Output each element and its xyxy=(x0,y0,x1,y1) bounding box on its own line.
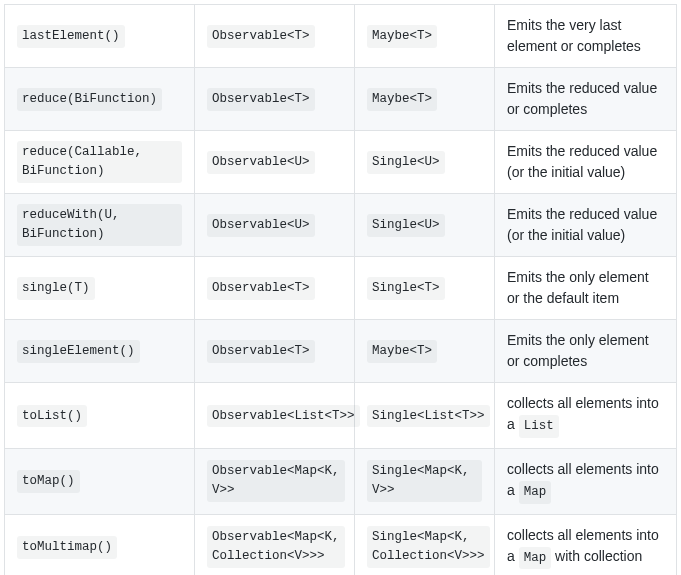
result-type-code: Maybe<T> xyxy=(367,88,437,111)
operator-cell: reduce(Callable, BiFunction) xyxy=(5,131,195,194)
description-cell: collects all elements into a Map xyxy=(495,448,677,514)
description-text: Emits the only element or completes xyxy=(507,332,649,369)
source-type-code: Observable<Map<K, V>> xyxy=(207,460,345,502)
operator-code: reduce(BiFunction) xyxy=(17,88,162,111)
operator-cell: toMultimap() xyxy=(5,514,195,575)
description-text-after: with collection xyxy=(551,548,642,564)
table-row: lastElement()Observable<T>Maybe<T>Emits … xyxy=(5,5,677,68)
description-code: Map xyxy=(519,547,552,570)
operator-code: toList() xyxy=(17,405,87,428)
source-type-code: Observable<T> xyxy=(207,88,315,111)
source-type-code: Observable<T> xyxy=(207,25,315,48)
source-type-code: Observable<T> xyxy=(207,340,315,363)
source-type-code: Observable<List<T>> xyxy=(207,405,360,428)
operator-code: toMap() xyxy=(17,470,80,493)
table-row: single(T)Observable<T>Single<T>Emits the… xyxy=(5,257,677,320)
table-row: reduce(BiFunction)Observable<T>Maybe<T>E… xyxy=(5,68,677,131)
operator-code: reduce(Callable, BiFunction) xyxy=(17,141,182,183)
description-cell: Emits the reduced value (or the initial … xyxy=(495,131,677,194)
source-cell: Observable<U> xyxy=(195,194,355,257)
table-row: reduceWith(U, BiFunction)Observable<U>Si… xyxy=(5,194,677,257)
result-type-code: Single<Map<K, Collection<V>>> xyxy=(367,526,490,568)
result-cell: Maybe<T> xyxy=(355,320,495,383)
description-cell: Emits the only element or the default it… xyxy=(495,257,677,320)
description-text: Emits the very last element or completes xyxy=(507,17,641,54)
description-cell: Emits the reduced value or completes xyxy=(495,68,677,131)
description-code: Map xyxy=(519,481,552,504)
operator-cell: toMap() xyxy=(5,448,195,514)
operator-cell: single(T) xyxy=(5,257,195,320)
operator-cell: reduce(BiFunction) xyxy=(5,68,195,131)
description-text: Emits the only element or the default it… xyxy=(507,269,649,306)
description-cell: Emits the very last element or completes xyxy=(495,5,677,68)
source-cell: Observable<List<T>> xyxy=(195,383,355,449)
result-cell: Single<T> xyxy=(355,257,495,320)
source-cell: Observable<T> xyxy=(195,320,355,383)
description-cell: Emits the reduced value (or the initial … xyxy=(495,194,677,257)
source-type-code: Observable<Map<K, Collection<V>>> xyxy=(207,526,345,568)
result-cell: Maybe<T> xyxy=(355,5,495,68)
operator-code: toMultimap() xyxy=(17,536,117,559)
source-cell: Observable<Map<K, V>> xyxy=(195,448,355,514)
operator-code: reduceWith(U, BiFunction) xyxy=(17,204,182,246)
table-row: toMultimap()Observable<Map<K, Collection… xyxy=(5,514,677,575)
source-cell: Observable<Map<K, Collection<V>>> xyxy=(195,514,355,575)
table-row: reduce(Callable, BiFunction)Observable<U… xyxy=(5,131,677,194)
operator-cell: lastElement() xyxy=(5,5,195,68)
source-type-code: Observable<U> xyxy=(207,151,315,174)
operator-code: singleElement() xyxy=(17,340,140,363)
result-cell: Single<U> xyxy=(355,131,495,194)
source-type-code: Observable<U> xyxy=(207,214,315,237)
result-type-code: Single<U> xyxy=(367,214,445,237)
result-cell: Single<List<T>> xyxy=(355,383,495,449)
result-cell: Single<Map<K, Collection<V>>> xyxy=(355,514,495,575)
description-text: Emits the reduced value (or the initial … xyxy=(507,206,657,243)
source-type-code: Observable<T> xyxy=(207,277,315,300)
operator-cell: singleElement() xyxy=(5,320,195,383)
operator-code: single(T) xyxy=(17,277,95,300)
description-code: List xyxy=(519,415,559,438)
result-type-code: Maybe<T> xyxy=(367,340,437,363)
result-cell: Single<U> xyxy=(355,194,495,257)
result-type-code: Single<T> xyxy=(367,277,445,300)
source-cell: Observable<T> xyxy=(195,5,355,68)
description-text: Emits the reduced value (or the initial … xyxy=(507,143,657,180)
source-cell: Observable<U> xyxy=(195,131,355,194)
description-cell: collects all elements into a Map with co… xyxy=(495,514,677,575)
result-cell: Maybe<T> xyxy=(355,68,495,131)
operators-table: lastElement()Observable<T>Maybe<T>Emits … xyxy=(4,4,677,575)
result-cell: Single<Map<K, V>> xyxy=(355,448,495,514)
table-row: toMap()Observable<Map<K, V>>Single<Map<K… xyxy=(5,448,677,514)
operator-cell: reduceWith(U, BiFunction) xyxy=(5,194,195,257)
table-row: singleElement()Observable<T>Maybe<T>Emit… xyxy=(5,320,677,383)
result-type-code: Single<List<T>> xyxy=(367,405,490,428)
source-cell: Observable<T> xyxy=(195,68,355,131)
operator-cell: toList() xyxy=(5,383,195,449)
source-cell: Observable<T> xyxy=(195,257,355,320)
table-row: toList()Observable<List<T>>Single<List<T… xyxy=(5,383,677,449)
result-type-code: Single<Map<K, V>> xyxy=(367,460,482,502)
result-type-code: Single<U> xyxy=(367,151,445,174)
description-cell: collects all elements into a List xyxy=(495,383,677,449)
result-type-code: Maybe<T> xyxy=(367,25,437,48)
description-cell: Emits the only element or completes xyxy=(495,320,677,383)
operator-code: lastElement() xyxy=(17,25,125,48)
description-text: Emits the reduced value or completes xyxy=(507,80,657,117)
